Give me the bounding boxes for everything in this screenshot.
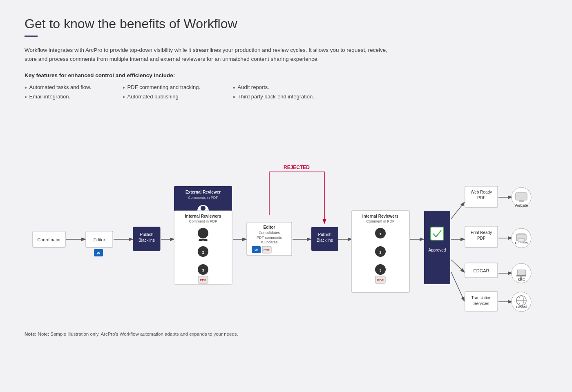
svg-text:Editor: Editor xyxy=(264,225,275,229)
bullet-icon: • xyxy=(25,94,27,100)
svg-text:REJECTED: REJECTED xyxy=(284,165,310,170)
svg-text:Blackline: Blackline xyxy=(139,238,155,243)
svg-text:W: W xyxy=(97,251,101,255)
svg-text:& updates: & updates xyxy=(261,240,278,244)
svg-point-37 xyxy=(198,228,208,238)
svg-text:External Reviewer: External Reviewer xyxy=(185,190,221,194)
svg-text:Translation: Translation xyxy=(471,296,491,300)
svg-text:EDGAR: EDGAR xyxy=(473,268,489,273)
svg-text:PDF: PDF xyxy=(200,278,206,282)
svg-rect-70 xyxy=(431,227,444,240)
feature-2: • Email integration. xyxy=(25,94,106,100)
svg-rect-76 xyxy=(516,193,527,200)
svg-rect-77 xyxy=(519,200,524,202)
svg-text:Blackline: Blackline xyxy=(317,238,333,243)
svg-text:Coordinator: Coordinator xyxy=(37,237,61,242)
bullet-icon: • xyxy=(233,94,235,100)
svg-point-30 xyxy=(201,206,206,211)
svg-text:Global: Global xyxy=(516,305,527,309)
svg-text:2: 2 xyxy=(202,250,204,254)
svg-text:Web Ready: Web Ready xyxy=(471,190,492,194)
svg-text:3: 3 xyxy=(202,268,204,272)
svg-text:Printers: Printers xyxy=(515,241,528,245)
svg-text:Comments in PDF: Comments in PDF xyxy=(188,196,218,200)
svg-text:W: W xyxy=(255,248,258,252)
svg-text:Consolidates: Consolidates xyxy=(259,231,280,235)
svg-rect-84 xyxy=(518,233,525,235)
svg-text:SEC: SEC xyxy=(518,278,525,282)
svg-text:Internal Reviewers: Internal Reviewers xyxy=(362,214,399,218)
feature-3: • PDF commenting and tracking. xyxy=(123,84,217,91)
svg-text:PDF comments: PDF comments xyxy=(257,236,282,240)
svg-rect-90 xyxy=(517,270,525,276)
bullet-icon: • xyxy=(123,85,125,91)
feature-1: • Automated tasks and flow. xyxy=(25,84,106,91)
svg-text:1: 1 xyxy=(202,239,204,243)
svg-text:PDF: PDF xyxy=(377,278,384,282)
svg-text:PDF: PDF xyxy=(264,248,270,252)
bullet-icon: • xyxy=(123,94,125,100)
workflow-diagram: Coordinator Editor W Publish Blackline R… xyxy=(25,113,547,325)
title-underline xyxy=(25,36,38,37)
svg-text:Internal Reviewers: Internal Reviewers xyxy=(185,214,221,218)
svg-text:PDF: PDF xyxy=(477,196,485,200)
svg-rect-69 xyxy=(424,211,450,284)
feature-4: • Automated publishing. xyxy=(123,94,217,100)
svg-text:Website: Website xyxy=(515,203,528,207)
svg-text:Editor: Editor xyxy=(94,237,105,242)
svg-text:2: 2 xyxy=(379,250,381,254)
feature-6: • Third party back-end integration. xyxy=(233,94,323,100)
svg-text:Comment in PDF: Comment in PDF xyxy=(189,219,217,223)
svg-text:Services: Services xyxy=(474,301,489,306)
bullet-icon: • xyxy=(233,85,235,91)
svg-text:Print Ready: Print Ready xyxy=(471,230,492,235)
features-grid: • Automated tasks and flow. • PDF commen… xyxy=(25,84,547,100)
features-title: Key features for enhanced control and ef… xyxy=(25,72,547,78)
description-text: Workflow integrates with ArcPro to provi… xyxy=(25,46,392,63)
page-title: Get to know the benefits of Workflow xyxy=(25,16,547,31)
svg-text:Comment in PDF: Comment in PDF xyxy=(366,219,395,223)
svg-text:Publish: Publish xyxy=(140,232,154,237)
svg-text:Approved: Approved xyxy=(429,248,446,252)
svg-text:3: 3 xyxy=(379,268,381,272)
svg-text:1: 1 xyxy=(379,232,381,236)
svg-text:Publish: Publish xyxy=(318,232,332,237)
feature-5: • Audit reports. xyxy=(233,84,323,91)
bullet-icon: • xyxy=(25,85,27,91)
svg-text:PDF: PDF xyxy=(477,236,485,241)
footnote: Note: Note: Sample illustration only. Ar… xyxy=(25,332,547,336)
